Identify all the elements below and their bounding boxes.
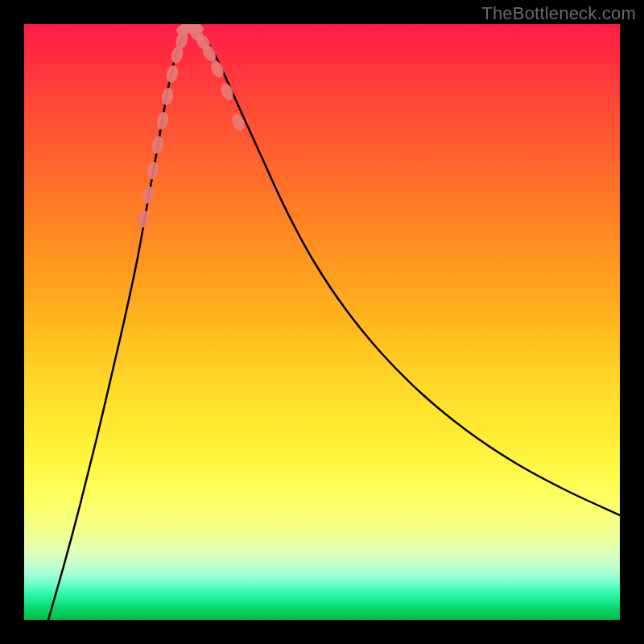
curve-layer xyxy=(24,24,620,620)
highlight-dot xyxy=(208,59,226,80)
chart-container: TheBottleneck.com xyxy=(0,0,644,644)
highlight-dot xyxy=(155,111,170,130)
watermark-text: TheBottleneck.com xyxy=(481,3,636,24)
highlighted-points-left xyxy=(136,30,190,229)
highlight-dot xyxy=(141,185,155,204)
highlight-dot xyxy=(160,87,175,106)
plot-area xyxy=(24,24,620,620)
bottleneck-curve xyxy=(48,28,620,620)
highlighted-points-right xyxy=(187,24,247,133)
highlight-dot xyxy=(136,209,151,229)
highlight-dot xyxy=(146,161,160,180)
highlight-dot xyxy=(151,135,165,155)
highlight-dot xyxy=(165,64,180,85)
highlight-dot xyxy=(230,112,247,132)
